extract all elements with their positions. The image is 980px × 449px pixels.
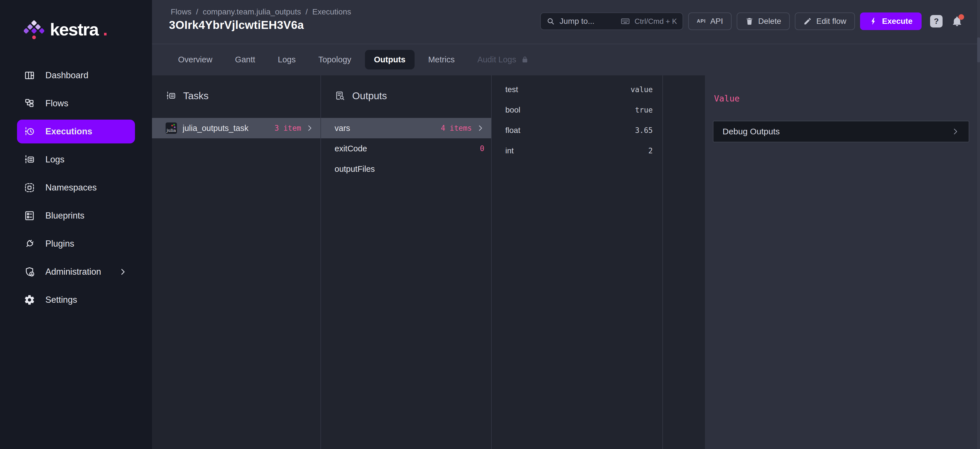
sidebar-item-label: Executions — [45, 127, 92, 136]
vertical-scrollbar[interactable] — [977, 0, 980, 449]
page-title: 3OIrk4YbrVjlcwtiEH3V6a — [169, 19, 304, 32]
output-row-vars[interactable]: vars 4 items — [321, 118, 491, 138]
help-button-label: ? — [934, 17, 939, 26]
value-row-float[interactable]: float 3.65 — [492, 120, 662, 141]
administration-icon — [24, 266, 35, 278]
brand-name: kestra — [50, 18, 99, 41]
notification-badge — [958, 14, 964, 20]
breadcrumb-separator: / — [196, 7, 198, 16]
sidebar-item-settings[interactable]: Settings — [0, 286, 152, 314]
chevron-right-icon — [476, 124, 484, 132]
execution-tabs: Overview Gantt Logs Topology Outputs Met… — [169, 44, 538, 75]
execute-button-label: Execute — [882, 17, 913, 26]
sidebar-item-label: Plugins — [45, 239, 74, 249]
output-value-badge: 0 — [480, 144, 484, 153]
keyboard-icon — [620, 16, 630, 26]
sidebar-item-label: Logs — [45, 154, 64, 165]
edit-flow-button[interactable]: Edit flow — [795, 13, 855, 30]
blueprints-icon — [24, 210, 35, 221]
breadcrumb-executions[interactable]: Executions — [312, 7, 351, 16]
topbar: Flows / company.team.julia_outputs / Exe… — [152, 0, 980, 75]
sidebar-item-label: Administration — [45, 267, 101, 277]
outputs-panel-title: Outputs — [352, 90, 387, 102]
sidebar-item-label: Dashboard — [45, 70, 89, 81]
flows-icon — [24, 98, 35, 109]
help-button[interactable]: ? — [930, 15, 943, 27]
delete-button-label: Delete — [758, 17, 781, 26]
sidebar-item-blueprints[interactable]: Blueprints — [0, 201, 152, 230]
plugins-icon — [24, 238, 35, 249]
sidebar: kestra. Dashboard Flows Executions — [0, 0, 152, 449]
main-area: Flows / company.team.julia_outputs / Exe… — [152, 0, 980, 449]
tasks-panel: Tasks julia julia_outputs_task 3 item — [152, 75, 321, 449]
kestra-logo-icon — [24, 18, 44, 41]
tab-logs[interactable]: Logs — [269, 50, 305, 70]
breadcrumb-flows[interactable]: Flows — [171, 7, 191, 16]
jump-to-search[interactable]: Jump to... Ctrl/Cmd + K — [540, 13, 683, 30]
kestra-app: kestra. Dashboard Flows Executions — [0, 0, 980, 449]
sidebar-item-label: Settings — [45, 295, 77, 305]
sidebar-item-logs[interactable]: Logs — [0, 145, 152, 173]
tab-outputs[interactable]: Outputs — [365, 50, 415, 70]
tasks-panel-title: Tasks — [183, 90, 208, 102]
debug-outputs-label: Debug Outputs — [722, 127, 780, 136]
task-items-badge: 3 item — [275, 124, 301, 132]
sidebar-item-executions[interactable]: Executions — [17, 120, 135, 143]
api-button-label: API — [710, 17, 723, 26]
sidebar-item-namespaces[interactable]: Namespaces — [0, 173, 152, 201]
value-row-int[interactable]: int 2 — [492, 141, 662, 161]
breadcrumb-separator: / — [305, 7, 308, 16]
search-placeholder: Jump to... — [560, 17, 594, 26]
empty-drilldown-column — [663, 75, 705, 449]
delete-button[interactable]: Delete — [737, 13, 790, 30]
debug-outputs-button[interactable]: Debug Outputs — [713, 121, 969, 142]
kestra-logo[interactable]: kestra. — [24, 18, 108, 41]
dashboard-icon — [24, 70, 35, 81]
logs-icon — [24, 154, 35, 165]
tasks-panel-header: Tasks — [165, 90, 208, 102]
api-icon: API — [697, 18, 705, 24]
task-row-julia-outputs-task[interactable]: julia julia_outputs_task 3 item — [152, 118, 320, 138]
search-icon — [546, 17, 555, 25]
api-button[interactable]: API API — [688, 13, 731, 30]
outputs-panel: Outputs vars 4 items exitCode 0 — [321, 75, 492, 449]
sidebar-item-flows[interactable]: Flows — [0, 89, 152, 117]
outputs-icon — [335, 90, 345, 101]
value-row-bool[interactable]: bool true — [492, 100, 662, 120]
edit-flow-button-label: Edit flow — [816, 17, 846, 26]
notifications-bell-icon[interactable] — [951, 15, 963, 27]
julia-task-icon: julia — [165, 122, 177, 134]
task-label: julia_outputs_task — [183, 124, 248, 133]
tab-metrics[interactable]: Metrics — [419, 50, 464, 70]
topbar-actions: Jump to... Ctrl/Cmd + K API API Delete — [540, 13, 963, 30]
scrollbar-thumb[interactable] — [977, 37, 980, 62]
namespaces-icon — [24, 182, 35, 193]
sidebar-item-label: Blueprints — [45, 211, 84, 221]
sidebar-item-label: Flows — [45, 98, 68, 109]
tab-overview[interactable]: Overview — [169, 50, 221, 70]
output-row-exitcode[interactable]: exitCode 0 — [321, 138, 491, 159]
breadcrumb-namespace[interactable]: company.team.julia_outputs — [203, 7, 301, 16]
tab-audit-logs: Audit Logs — [468, 50, 538, 70]
value-heading: Value — [714, 94, 740, 103]
value-row-test[interactable]: test value — [492, 79, 662, 100]
sidebar-item-administration[interactable]: Administration — [0, 258, 152, 286]
pencil-icon — [803, 17, 812, 25]
sidebar-item-plugins[interactable]: Plugins — [0, 230, 152, 258]
chevron-right-icon — [951, 127, 959, 136]
sidebar-nav: Dashboard Flows Executions Logs — [0, 61, 152, 314]
breadcrumb: Flows / company.team.julia_outputs / Exe… — [171, 7, 351, 16]
tab-topology[interactable]: Topology — [309, 50, 360, 70]
chevron-right-icon — [119, 268, 127, 276]
sidebar-item-label: Namespaces — [45, 182, 97, 193]
tab-gantt[interactable]: Gantt — [226, 50, 264, 70]
output-items-badge: 4 items — [441, 124, 472, 132]
sidebar-item-dashboard[interactable]: Dashboard — [0, 61, 152, 89]
lock-icon — [520, 55, 529, 64]
search-shortcut: Ctrl/Cmd + K — [635, 17, 677, 26]
trash-icon — [745, 17, 754, 25]
value-detail-panel: Value Debug Outputs — [705, 75, 980, 449]
output-row-outputfiles[interactable]: outputFiles — [321, 159, 491, 179]
execute-button[interactable]: Execute — [860, 13, 921, 30]
executions-icon — [24, 126, 35, 137]
